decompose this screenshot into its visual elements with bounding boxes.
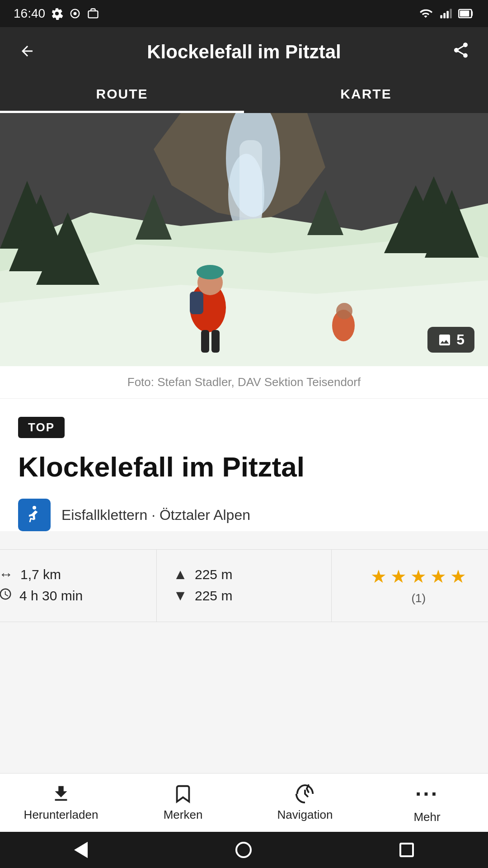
back-button[interactable] bbox=[14, 40, 41, 64]
hero-image[interactable]: 5 bbox=[0, 113, 488, 366]
svg-rect-33 bbox=[0, 113, 488, 366]
distance-icon: ↔ bbox=[0, 566, 13, 583]
photo-credit: Foto: Stefan Stadler, DAV Sektion Teisen… bbox=[0, 366, 488, 399]
svg-rect-3 bbox=[440, 15, 442, 19]
category-row: Eisfallklettern · Ötztaler Alpen bbox=[18, 499, 470, 531]
category-icon bbox=[18, 499, 51, 531]
category-text: Eisfallklettern · Ötztaler Alpen bbox=[61, 507, 250, 524]
download-button[interactable]: Herunterladen bbox=[0, 774, 122, 832]
climbing-icon bbox=[23, 504, 45, 526]
more-button[interactable]: ··· Mehr bbox=[366, 774, 488, 832]
tab-route[interactable]: ROUTE bbox=[0, 77, 244, 113]
status-icons bbox=[418, 7, 474, 20]
status-time: 16:40 bbox=[14, 6, 99, 21]
rating-count: (1) bbox=[411, 591, 426, 605]
navigation-label: Navigation bbox=[277, 808, 333, 822]
more-icon: ··· bbox=[415, 782, 439, 807]
route-content: TOP Klockelefall im Pitztal Eisfallklett… bbox=[0, 399, 488, 531]
stat-ascent: ▲ 225 m bbox=[173, 566, 314, 583]
android-recents-button[interactable] bbox=[399, 843, 414, 857]
more-label: Mehr bbox=[413, 810, 440, 824]
stat-descent: ▼ 225 m bbox=[173, 587, 314, 604]
ascent-icon: ▲ bbox=[173, 566, 188, 583]
descent-icon: ▼ bbox=[173, 587, 188, 604]
android-back-button[interactable] bbox=[74, 842, 88, 858]
stat-distance: ↔ 1,7 km bbox=[0, 566, 140, 583]
stat-distance-duration: ↔ 1,7 km 4 h 30 min bbox=[0, 550, 157, 622]
location-icon bbox=[69, 7, 81, 20]
stats-grid: ↔ 1,7 km 4 h 30 min ▲ 225 m ▼ 225 m ★ ★ … bbox=[0, 549, 488, 622]
android-home-button[interactable] bbox=[235, 842, 252, 858]
share-button[interactable] bbox=[447, 40, 474, 64]
toolbar: Klockelefall im Pitztal bbox=[0, 27, 488, 77]
stat-duration: 4 h 30 min bbox=[0, 587, 140, 604]
status-bar: 16:40 bbox=[0, 0, 488, 27]
star-3: ★ bbox=[410, 566, 427, 587]
android-nav-bar bbox=[0, 832, 488, 868]
bookmark-icon bbox=[173, 783, 193, 804]
navigation-icon bbox=[295, 783, 315, 804]
star-1: ★ bbox=[371, 566, 387, 587]
star-2: ★ bbox=[390, 566, 407, 587]
svg-rect-8 bbox=[460, 11, 469, 17]
stat-rating: ★ ★ ★ ★ ★ (1) bbox=[332, 550, 488, 622]
bookmark-button[interactable]: Merken bbox=[122, 774, 244, 832]
tab-bar: ROUTE KARTE bbox=[0, 77, 488, 113]
download-icon bbox=[51, 783, 71, 804]
bookmark-label: Merken bbox=[164, 808, 203, 822]
bottom-nav: Herunterladen Merken Navigation ··· Mehr bbox=[0, 773, 488, 832]
route-title: Klockelefall im Pitztal bbox=[18, 452, 470, 482]
clock-icon bbox=[0, 587, 12, 604]
svg-rect-4 bbox=[443, 13, 446, 19]
svg-rect-5 bbox=[446, 11, 449, 18]
wifi-icon bbox=[418, 7, 433, 20]
svg-point-34 bbox=[33, 506, 36, 509]
clock-svg bbox=[0, 587, 12, 601]
navigation-button[interactable]: Navigation bbox=[244, 774, 366, 832]
signal-icon bbox=[439, 7, 452, 20]
download-label: Herunterladen bbox=[24, 808, 99, 822]
photo-count-badge[interactable]: 5 bbox=[427, 327, 474, 353]
tab-karte[interactable]: KARTE bbox=[244, 77, 488, 113]
star-5: ★ bbox=[450, 566, 466, 587]
hero-svg bbox=[0, 113, 488, 366]
top-badge: TOP bbox=[18, 417, 65, 438]
page-title: Klockelefall im Pitztal bbox=[41, 41, 447, 63]
gear-icon bbox=[51, 7, 63, 20]
stat-elevation: ▲ 225 m ▼ 225 m bbox=[157, 550, 331, 622]
svg-rect-2 bbox=[89, 11, 98, 18]
image-icon bbox=[437, 333, 452, 347]
battery-icon bbox=[458, 7, 474, 20]
star-rating: ★ ★ ★ ★ ★ bbox=[371, 566, 466, 587]
star-4: ★ bbox=[430, 566, 446, 587]
briefcase-icon bbox=[87, 7, 99, 20]
svg-point-1 bbox=[74, 12, 77, 15]
svg-rect-6 bbox=[450, 9, 452, 19]
